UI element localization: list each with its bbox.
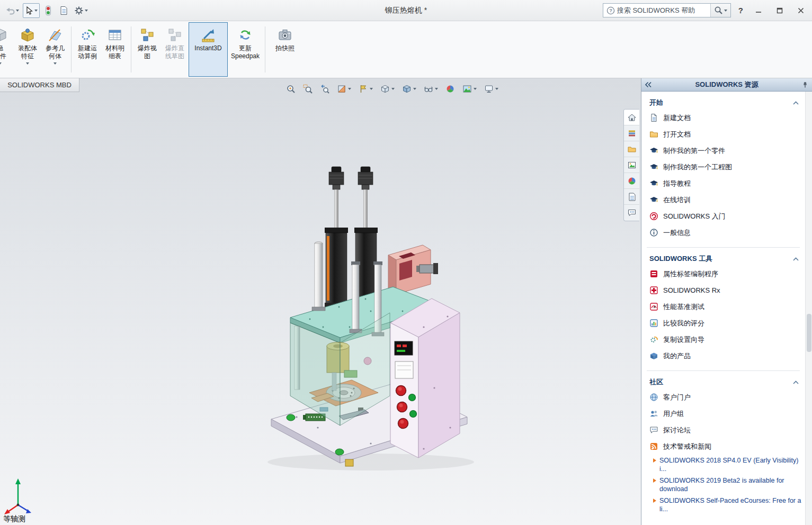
tutorial-cap-icon xyxy=(649,162,658,171)
annotation-views-button[interactable] xyxy=(358,82,374,96)
ribbon-button-hide-parts[interactable]: 隐 零件 xyxy=(0,22,14,77)
tab-forum[interactable] xyxy=(624,205,639,221)
scrollbar-thumb[interactable] xyxy=(807,314,811,352)
taskpane-item-technical-alerts-news[interactable]: 技术警戒和新闻 xyxy=(641,438,805,455)
taskpane-item-open-document[interactable]: 打开文档 xyxy=(641,126,805,142)
ribbon-button-exploded-view[interactable]: 爆炸视 图 xyxy=(133,22,161,77)
tab-solidworks-mbd[interactable]: SOLIDWORKS MBD xyxy=(0,78,79,92)
previous-view-button[interactable] xyxy=(319,82,331,96)
taskpane-scrollbar[interactable] xyxy=(805,92,812,525)
view-settings-icon xyxy=(484,84,494,94)
ribbon-button-bill-of-materials[interactable]: 材料明 细表 xyxy=(101,22,129,77)
discussion-forum-icon xyxy=(649,426,658,435)
taskpane-item-performance-benchmark[interactable]: 性能基准测试 xyxy=(641,298,805,315)
solidworks-window: 铆压热熔机 * ? ? 隐 xyxy=(0,0,812,525)
ribbon-button-update-speedpak[interactable]: 更新 Speedpak xyxy=(228,22,263,77)
ribbon-button-take-snapshot[interactable]: 拍快照 xyxy=(267,22,302,77)
search-button[interactable] xyxy=(710,4,730,17)
taskpane-item-my-products[interactable]: 我的产品 xyxy=(641,348,805,364)
taskpane-item-tutorials[interactable]: 指导教程 xyxy=(641,175,805,192)
taskpane-item-copy-settings-wizard[interactable]: 复制设置向导 xyxy=(641,331,805,348)
bill-of-materials-icon xyxy=(107,27,123,43)
hide-show-items-button[interactable] xyxy=(423,82,439,96)
customer-portal-icon xyxy=(649,393,658,402)
ribbon-separator xyxy=(265,26,265,73)
taskpane-item-compare-my-score[interactable]: 比较我的评分 xyxy=(641,315,805,331)
news-bullet-icon xyxy=(653,458,656,463)
tab-appearances[interactable] xyxy=(624,173,639,189)
edit-appearance-button[interactable] xyxy=(444,82,456,96)
previous-view-icon xyxy=(320,84,329,94)
search-dropdown-caret-icon xyxy=(724,10,727,12)
taskpane-item-online-training[interactable]: 在线培训 xyxy=(641,192,805,208)
taskpane-item-solidworks-intro[interactable]: SOLIDWORKS 入门 xyxy=(641,208,805,224)
apply-scene-icon xyxy=(462,84,472,94)
tab-design-library[interactable] xyxy=(624,125,639,141)
tab-file-explorer[interactable] xyxy=(624,141,639,157)
status-indicator-button[interactable] xyxy=(41,3,55,18)
home-icon xyxy=(627,113,637,122)
zoom-to-area-button[interactable] xyxy=(302,82,314,96)
design-library-icon xyxy=(627,129,637,138)
taskpane-item-solidworks-rx[interactable]: SOLIDWORKS Rx xyxy=(641,282,805,298)
search-input[interactable] xyxy=(615,6,710,14)
taskpane-tab-strip xyxy=(623,109,639,221)
ribbon-button-new-motion-study[interactable]: 新建运 动算例 xyxy=(74,22,101,77)
close-button[interactable] xyxy=(793,4,809,17)
document-properties-button[interactable] xyxy=(57,3,70,18)
section-start-header[interactable]: 开始 xyxy=(641,96,805,110)
new-document-icon xyxy=(649,113,658,122)
file-explorer-icon xyxy=(627,144,637,154)
view-orientation-button[interactable] xyxy=(379,82,396,96)
undo-button[interactable] xyxy=(3,3,21,18)
section-view-button[interactable] xyxy=(336,82,352,96)
ribbon-separator xyxy=(71,26,72,73)
graphics-viewport[interactable]: SOLIDWORKS MBD 等轴测 xyxy=(0,78,641,525)
view-settings-button[interactable] xyxy=(483,82,499,96)
ribbon-button-assembly-features[interactable]: 装配体 特征 xyxy=(14,22,41,77)
display-style-button[interactable] xyxy=(401,82,417,96)
tutorial-cap-icon xyxy=(649,146,658,155)
copy-settings-icon xyxy=(649,335,658,344)
news-link-item[interactable]: SOLIDWORKS 2018 SP4.0 EV (Early Visibili… xyxy=(641,455,805,475)
svg-text:?: ? xyxy=(609,7,612,13)
news-link-item[interactable]: SOLIDWORKS 2019 Beta2 is available for d… xyxy=(641,475,805,495)
taskpane-item-property-tab-builder[interactable]: 属性标签编制程序 xyxy=(641,266,805,282)
tab-solidworks-resources[interactable] xyxy=(624,110,639,125)
select-tool-button[interactable] xyxy=(23,3,40,18)
minimize-button[interactable] xyxy=(751,4,766,17)
machine-model[interactable] xyxy=(0,78,641,525)
collapse-chevrons-icon[interactable] xyxy=(645,82,652,88)
dropdown-caret-icon xyxy=(435,88,438,90)
tab-view-palette[interactable] xyxy=(624,157,639,173)
my-products-icon xyxy=(649,351,658,360)
taskpane-item-first-part[interactable]: 制作我的第一个零件 xyxy=(641,142,805,159)
options-dropdown-caret-icon xyxy=(85,10,88,12)
appearances-sphere-icon xyxy=(627,176,637,186)
taskpane-item-user-groups[interactable]: 用户组 xyxy=(641,405,805,422)
zoom-to-fit-button[interactable] xyxy=(285,82,297,96)
gear-icon xyxy=(74,6,84,15)
options-button[interactable] xyxy=(72,3,90,18)
news-link-item[interactable]: SOLIDWORKS Self-Paced eCourses: Free for… xyxy=(641,495,805,515)
taskpane-item-discussion-forum[interactable]: 探讨论坛 xyxy=(641,422,805,438)
pin-icon[interactable] xyxy=(801,81,809,88)
exploded-view-icon xyxy=(139,27,155,43)
taskpane-item-new-document[interactable]: 新建文档 xyxy=(641,110,805,126)
help-button[interactable]: ? xyxy=(736,6,745,15)
section-community-header[interactable]: 社区 xyxy=(641,375,805,389)
undo-dropdown-caret-icon xyxy=(16,10,19,12)
custom-properties-icon xyxy=(627,192,637,202)
ribbon-button-reference-geometry[interactable]: 参考几 何体 xyxy=(41,22,69,77)
document-icon xyxy=(59,6,68,15)
ribbon-button-instant3d[interactable]: Instant3D xyxy=(189,22,228,77)
taskpane-item-customer-portal[interactable]: 客户门户 xyxy=(641,389,805,405)
taskpane-body: 开始 新建文档 打开文档 制作我的第一个零件 制作我的第一个工程图 指导 xyxy=(641,92,812,525)
maximize-button[interactable] xyxy=(772,4,788,17)
apply-scene-button[interactable] xyxy=(461,82,478,96)
section-tools-header[interactable]: SOLIDWORKS 工具 xyxy=(641,252,805,266)
tab-custom-properties[interactable] xyxy=(624,189,639,205)
dropdown-caret-icon xyxy=(348,88,351,90)
taskpane-item-first-drawing[interactable]: 制作我的第一个工程图 xyxy=(641,159,805,175)
taskpane-item-general-information[interactable]: 一般信息 xyxy=(641,224,805,241)
